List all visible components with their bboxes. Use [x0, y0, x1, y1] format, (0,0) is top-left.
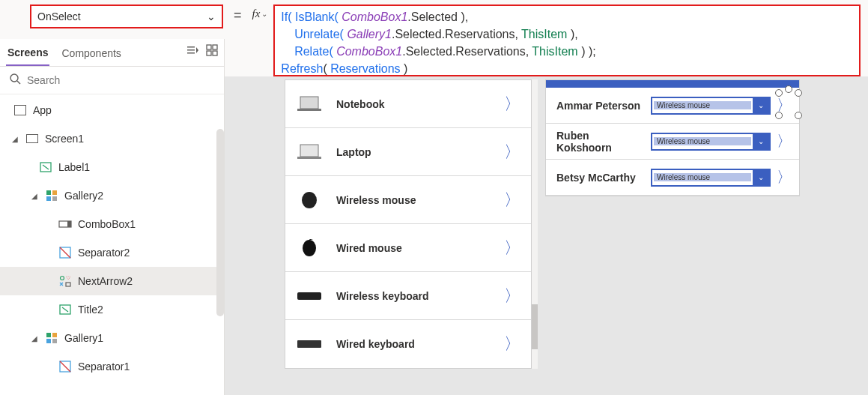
svg-rect-38 — [297, 340, 321, 348]
svg-rect-27 — [52, 339, 57, 343]
gallery2: Ammar Peterson Wireless mouse ⌄ 〉 Ruben … — [545, 79, 800, 196]
selection-handle[interactable] — [785, 85, 792, 93]
tab-screens[interactable]: Screens — [6, 42, 49, 66]
tree-collapse-icon[interactable] — [186, 44, 198, 59]
scrollbar[interactable] — [216, 129, 224, 316]
svg-rect-24 — [46, 333, 51, 337]
screen-icon — [26, 134, 38, 143]
svg-rect-31 — [297, 109, 321, 111]
formula-text: Unrelate( — [281, 28, 347, 40]
tree-item-label1[interactable]: Label1 — [0, 153, 224, 181]
tree-item-combobox1[interactable]: ComboBox1 — [0, 210, 224, 238]
formula-text: ( — [323, 62, 330, 75]
svg-point-7 — [10, 74, 18, 82]
svg-rect-21 — [66, 283, 70, 286]
gallery2-item[interactable]: Ammar Peterson Wireless mouse ⌄ 〉 — [546, 88, 799, 124]
tree-item-nextarrow2[interactable]: ♡ NextArrow2 — [0, 267, 224, 295]
gallery-icon — [45, 331, 58, 345]
combobox[interactable]: Wireless mouse ⌄ — [651, 97, 771, 115]
tree-item-gallery2[interactable]: ◢ Gallery2 — [0, 181, 224, 210]
app-icon — [14, 105, 26, 115]
chevron-down-icon: ⌄ — [207, 10, 216, 22]
person-name: Betsy McCarthy — [556, 172, 645, 184]
selection-handle[interactable] — [795, 89, 802, 97]
tree: App ◢ Screen1 Label1 ◢ Gallery2 ComboBox… — [0, 94, 224, 395]
property-dropdown[interactable]: OnSelect ⌄ — [30, 4, 223, 28]
svg-line-8 — [17, 81, 20, 84]
selection-handle[interactable] — [775, 89, 783, 97]
formula-text: If( IsBlank( — [281, 10, 342, 23]
svg-rect-1 — [187, 49, 195, 51]
svg-line-18 — [60, 247, 70, 258]
chevron-down-icon: ⌄ — [753, 170, 769, 185]
formula-text: Refresh — [281, 62, 323, 75]
selection-handle[interactable] — [775, 112, 783, 119]
gallery1-item[interactable]: Wired keyboard 〉 — [285, 320, 531, 368]
gallery2-item[interactable]: Ruben Kokshoorn Wireless mouse ⌄ 〉 — [546, 124, 799, 160]
product-image — [296, 334, 323, 355]
label-icon — [39, 160, 52, 174]
chevron-right-icon: 〉 — [504, 93, 521, 115]
tree-item-title2[interactable]: Title2 — [0, 295, 224, 324]
property-value: OnSelect — [37, 10, 81, 22]
gallery2-item[interactable]: Betsy McCarthy Wireless mouse ⌄ 〉 — [546, 160, 799, 196]
tree-label: Gallery1 — [64, 332, 103, 344]
search-row — [0, 67, 224, 94]
svg-point-19 — [61, 277, 64, 280]
gallery1-item[interactable]: Wireless keyboard 〉 — [285, 272, 531, 320]
tree-item-screen1[interactable]: ◢ Screen1 — [0, 124, 224, 153]
tree-label: Separator1 — [78, 361, 130, 373]
tree-label: Screen1 — [45, 133, 84, 145]
combo-value: Wireless mouse — [654, 101, 751, 109]
chevron-down-icon: ⌄ — [261, 10, 267, 18]
grid-view-icon[interactable] — [206, 44, 218, 59]
gallery1-item[interactable]: Wireless mouse 〉 — [285, 176, 531, 224]
tree-item-separator2[interactable]: Separator2 — [0, 238, 224, 267]
tab-components[interactable]: Components — [60, 43, 122, 65]
product-image — [296, 238, 323, 259]
next-arrow[interactable]: 〉 — [777, 131, 792, 151]
svg-rect-6 — [213, 51, 217, 55]
product-name: Notebook — [336, 98, 491, 110]
combo-value: Wireless mouse — [654, 137, 751, 145]
gallery1-item[interactable]: Notebook 〉 — [285, 80, 531, 128]
next-arrow[interactable]: 〉 — [777, 167, 792, 187]
caret-down-icon: ◢ — [30, 334, 39, 343]
chevron-down-icon: ⌄ — [753, 134, 769, 149]
combobox[interactable]: Wireless mouse ⌄ — [651, 133, 771, 151]
formula-text: .Selected ), — [407, 10, 468, 23]
svg-rect-12 — [52, 190, 57, 195]
search-input[interactable] — [27, 74, 215, 86]
gallery1-item[interactable]: Laptop 〉 — [285, 128, 531, 176]
product-name: Wired mouse — [336, 242, 491, 254]
fx-button[interactable]: fx ⌄ — [252, 4, 268, 20]
tree-item-gallery1[interactable]: ◢ Gallery1 — [0, 324, 224, 352]
scrollbar[interactable] — [532, 79, 538, 369]
svg-rect-30 — [300, 97, 318, 109]
product-name: Wireless keyboard — [336, 290, 491, 302]
canvas: Notebook 〉 Laptop 〉 Wireless mouse 〉 Wir… — [225, 76, 868, 395]
svg-rect-37 — [297, 292, 321, 300]
separator-icon — [58, 246, 72, 259]
chevron-right-icon: 〉 — [504, 237, 521, 259]
formula-text: Reservations — [330, 62, 400, 75]
tree-label: Label1 — [58, 161, 90, 173]
formula-text: .Selected.Reservations, — [402, 45, 532, 58]
product-name: Laptop — [336, 146, 491, 158]
selection-handle[interactable] — [795, 112, 802, 119]
formula-text: ComboBox1 — [342, 10, 407, 23]
combobox[interactable]: Wireless mouse ⌄ — [651, 169, 771, 187]
tree-item-app[interactable]: App — [0, 96, 224, 124]
tree-label: NextArrow2 — [78, 275, 133, 287]
product-image — [296, 142, 323, 163]
svg-rect-11 — [46, 190, 51, 195]
svg-point-34 — [302, 192, 317, 208]
tree-item-separator1[interactable]: Separator1 — [0, 352, 224, 381]
gallery1-item[interactable]: Wired mouse 〉 — [285, 224, 531, 272]
svg-rect-0 — [187, 46, 195, 48]
formula-bar[interactable]: If( IsBlank( ComboBox1.Selected ), Unrel… — [273, 4, 861, 76]
svg-rect-4 — [213, 45, 217, 49]
separator-icon — [58, 360, 72, 373]
chevron-right-icon: 〉 — [504, 285, 521, 307]
svg-rect-25 — [52, 333, 57, 337]
